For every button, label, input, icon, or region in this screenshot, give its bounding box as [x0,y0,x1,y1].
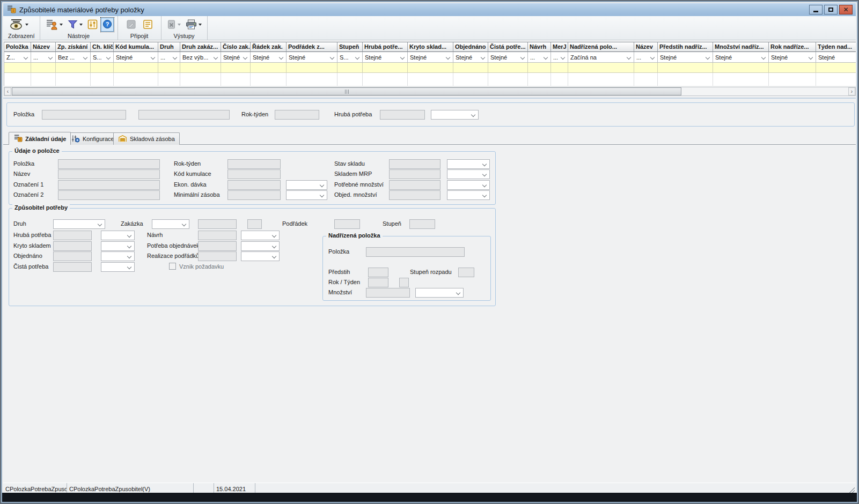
stav-skladu-unit-combo[interactable] [447,159,490,169]
grid-filter-input-cell[interactable] [31,63,56,73]
tab-skladova-zasoba[interactable]: Skladová zásoba [113,132,180,145]
grid-filter-input-cell[interactable] [528,63,551,73]
grid-column-header[interactable]: Stupeň [337,42,363,52]
grid-filter-combo[interactable]: S... [91,52,114,63]
grid-filter-input-cell[interactable] [221,63,251,73]
grid-filter-combo[interactable]: Stejné [363,52,408,63]
grid-filter-combo[interactable]: Stejné [221,52,251,63]
grid-column-header[interactable]: Ch. klíč [91,42,114,52]
grid-filter-input-cell[interactable] [816,63,856,73]
objed-mnozstvi-unit-combo[interactable] [447,190,490,200]
user-list-button[interactable] [44,17,64,33]
grid-column-header[interactable]: Kód kumula... [114,42,158,52]
ekon-davka-unit-combo[interactable] [286,180,327,190]
grid-filter-combo[interactable]: Stejné [769,52,816,63]
tab-zakladni-udaje[interactable]: Základní údaje [9,132,71,145]
grid-column-header[interactable]: Objednáno [453,42,488,52]
grid-filter-combo[interactable]: Stejné [453,52,488,63]
grid-column-header[interactable]: Zp. získání [56,42,91,52]
grid-filter-combo[interactable]: Stejné [114,52,158,63]
grid-filter-input-cell[interactable] [114,63,158,73]
cista-potreba-unit-combo[interactable] [101,262,135,272]
scroll-left-arrow-icon[interactable]: ‹ [4,87,11,95]
tab-konfigurace[interactable]: Konfigurace [66,132,119,145]
skladem-mrp-unit-combo[interactable] [447,169,490,179]
grid-column-header[interactable]: Název [634,42,658,52]
grid-filter-combo[interactable]: ... [158,52,180,63]
navrh-unit-combo[interactable] [241,231,280,240]
hruba-potreba-unit-combo[interactable] [431,110,479,120]
grid-filter-input-cell[interactable] [158,63,180,73]
grid-filter-combo[interactable]: Bez výb... [180,52,221,63]
grid-filter-combo[interactable]: Stejné [408,52,453,63]
close-button[interactable]: ✕ [839,5,853,14]
druh-combo[interactable] [53,219,105,229]
grid-filter-combo[interactable]: ... [528,52,551,63]
grid-filter-input-cell[interactable] [91,63,114,73]
grid-column-header[interactable]: Čistá potře... [488,42,528,52]
grid-column-header[interactable]: Nadřízená polo... [568,42,634,52]
grid-filter-input-cell[interactable] [453,63,488,73]
grid-filter-combo[interactable]: Stejné [658,52,713,63]
grid-filter-combo[interactable]: ... [31,52,56,63]
grid-filter-input-cell[interactable] [488,63,528,73]
grid-filter-input-cell[interactable] [337,63,363,73]
grid-filter-input-cell[interactable] [4,63,31,73]
grid-column-header[interactable]: Číslo zak. [221,42,251,52]
checklist-button[interactable] [142,18,154,32]
grid-filter-combo[interactable]: S... [337,52,363,63]
zakazka-combo[interactable] [152,219,189,229]
view-dropdown-button[interactable] [7,17,30,33]
grid-column-header[interactable]: Název [31,42,56,52]
help-button[interactable]: ? [101,18,114,32]
grid-column-header[interactable]: Návrh [528,42,551,52]
grid-filter-input-cell[interactable] [551,63,568,73]
grid-filter-input-cell[interactable] [287,63,337,73]
grid-filter-combo[interactable]: Stejné [713,52,769,63]
grid-filter-input-cell[interactable] [658,63,713,73]
grid-filter-input-cell[interactable] [769,63,816,73]
grid-filter-input-cell[interactable] [180,63,221,73]
objednano-unit-combo[interactable] [101,251,135,261]
mnozstvi-unit-combo[interactable] [415,288,464,298]
grid-filter-combo[interactable]: Z... [4,52,31,63]
potreba-objednavek-unit-combo[interactable] [241,241,280,251]
grid-column-header[interactable]: Kryto sklad... [408,42,453,52]
grid-filter-combo[interactable]: Začíná na [568,52,634,63]
grid-filter-combo[interactable]: Stejné [488,52,528,63]
filter-button[interactable] [66,18,84,32]
grid-filter-input-cell[interactable] [408,63,453,73]
minimize-button[interactable] [809,5,823,14]
grid-filter-combo[interactable]: Stejné [251,52,287,63]
kryto-skladem-unit-combo[interactable] [101,241,135,251]
grid-column-header[interactable]: Hrubá potře... [363,42,408,52]
grid-column-header[interactable]: Položka [4,42,31,52]
maximize-button[interactable] [824,5,838,14]
realizace-podradku-unit-combo[interactable] [241,251,280,261]
grid-column-header[interactable]: Druh [158,42,180,52]
grid-filter-combo[interactable]: Bez ... [56,52,91,63]
grid-filter-input-cell[interactable] [568,63,634,73]
scrollbar-thumb[interactable] [12,87,681,95]
print-button[interactable] [184,18,203,32]
hruba-potreba-unit-combo[interactable] [101,231,135,240]
potrebne-mnozstvi-unit-combo[interactable] [447,180,490,190]
grid-filter-input-cell[interactable] [363,63,408,73]
grid-filter-input-cell[interactable] [251,63,287,73]
grid-filter-input-cell[interactable] [56,63,91,73]
scroll-right-arrow-icon[interactable]: › [848,87,855,95]
grid-filter-input-cell[interactable] [713,63,769,73]
grid-column-header[interactable]: Rok nadříze... [769,42,816,52]
horizontal-scrollbar[interactable]: ‹ › [4,87,856,96]
grid-filter-combo[interactable]: ... [634,52,658,63]
grid-column-header[interactable]: MerJ [551,42,568,52]
grid-column-header[interactable]: Předstih nadříz... [658,42,713,52]
grid-filter-combo[interactable]: ... [551,52,568,63]
grid-filter-combo[interactable]: Stejné [287,52,337,63]
min-zasoba-unit-combo[interactable] [286,190,327,200]
grid-column-header[interactable]: Množství nadříz... [713,42,769,52]
grid-column-header[interactable]: Podřádek z... [287,42,337,52]
grid-column-header[interactable]: Řádek zak. [251,42,287,52]
grid-filter-input-cell[interactable] [634,63,658,73]
grid-column-header[interactable]: Druh zakáz... [180,42,221,52]
